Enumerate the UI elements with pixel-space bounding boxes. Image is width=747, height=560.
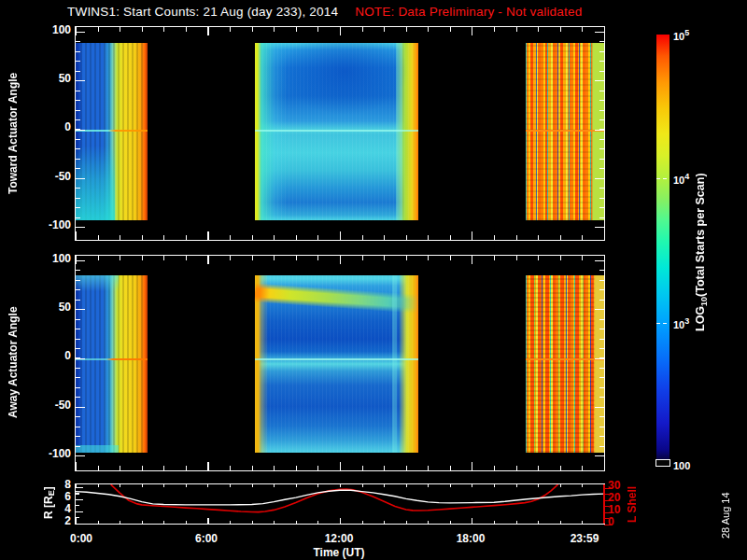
away-heatmap — [76, 275, 604, 453]
away-ytick: 0 — [35, 350, 71, 361]
away-ytick: 50 — [35, 301, 71, 313]
toward-ytick: 50 — [35, 73, 71, 84]
colorbar-tick-1e5: 105 — [673, 29, 689, 42]
toward-segment-dawn — [76, 43, 148, 220]
colorbar-axis-label: LOG10(Total Starts per Scan) — [695, 56, 712, 448]
xtick-1800: 18:00 — [450, 533, 491, 544]
colorbar-dash-1e4 — [656, 178, 669, 179]
away-segment-dawn — [76, 275, 148, 453]
orbit-line-panel — [75, 483, 605, 525]
away-ytick: -50 — [35, 399, 71, 411]
xtick-2359: 23:59 — [564, 533, 605, 544]
away-axis-label: Away Actuator Angle — [7, 259, 22, 465]
toward-ytick: 100 — [35, 24, 71, 35]
plot-title: TWINS1: Start Counts: 21 Aug (day 233), … — [67, 6, 582, 19]
r-ytick: 4 — [35, 503, 71, 514]
toward-heatmap — [76, 43, 604, 220]
colorbar-dash-1e3 — [656, 323, 669, 324]
datestamp: 28 Aug 14 — [721, 480, 734, 551]
colorbar-bottom-box — [655, 459, 670, 467]
xtick-0000: 0:00 — [61, 533, 102, 544]
away-segment-dusk — [526, 275, 604, 453]
toward-segment-dusk — [526, 43, 604, 220]
toward-axis-label: Toward Actuator Angle — [7, 31, 22, 236]
toward-ytick: -100 — [35, 219, 71, 231]
colorbar-tick-1e3: 103 — [673, 317, 689, 330]
toward-segment-noon — [255, 43, 418, 220]
time-axis-label: Time (UT) — [292, 547, 386, 558]
r-ytick: 2 — [35, 515, 71, 526]
away-ytick: -100 — [35, 448, 71, 459]
colorbar-tick-100: 100 — [673, 458, 690, 471]
away-ytick: 100 — [35, 253, 71, 264]
colorbar-tick-1e4: 104 — [673, 173, 689, 186]
l-shell-axis-label: L Shell — [627, 472, 640, 536]
twins-plot-page: { "title": { "text": "TWINS1: Start Coun… — [0, 0, 747, 560]
toward-ytick: -50 — [35, 171, 71, 182]
curve-right — [111, 484, 558, 512]
preliminary-note: NOTE: Data Preliminary - Not validated — [355, 5, 582, 19]
r-ytick: 8 — [35, 479, 71, 490]
colorbar — [656, 35, 669, 467]
toward-ytick: 0 — [35, 121, 71, 133]
xtick-0600: 6:00 — [186, 533, 227, 544]
toward-spectrogram-panel — [75, 26, 605, 241]
r-ytick: 6 — [35, 491, 71, 502]
away-spectrogram-panel — [75, 255, 605, 471]
xtick-1200: 12:00 — [318, 533, 359, 544]
title-text: TWINS1: Start Counts: 21 Aug (day 233), … — [67, 5, 338, 19]
away-segment-noon — [255, 275, 418, 453]
